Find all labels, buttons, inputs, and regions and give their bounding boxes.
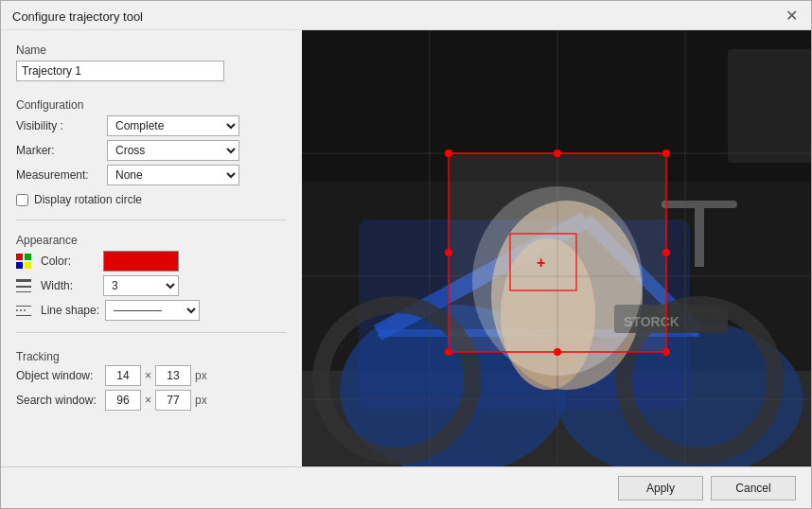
cancel-button[interactable]: Cancel	[711, 476, 796, 500]
svg-point-33	[554, 348, 561, 356]
width-label: Width:	[41, 279, 97, 292]
display-rotation-row: Display rotation circle	[16, 193, 287, 206]
line-shape-select[interactable]: ────── - - - - · · · ·	[105, 300, 200, 321]
close-button[interactable]: ✕	[784, 9, 800, 24]
svg-text:+: +	[537, 254, 545, 271]
visibility-label: Visibility :	[16, 119, 101, 132]
width-row: Width: 1 2 3 4 5	[16, 275, 287, 296]
svg-rect-17	[728, 49, 811, 163]
search-window-label: Search window:	[16, 394, 101, 407]
line-shape-icon	[16, 304, 31, 317]
measurement-select[interactable]: None Speed Distance	[107, 165, 239, 185]
marker-select[interactable]: Cross Circle Square	[107, 140, 239, 161]
width-icon	[16, 279, 31, 292]
svg-point-34	[445, 249, 452, 256]
svg-point-28	[445, 149, 452, 157]
object-window-label: Object window:	[16, 369, 101, 382]
color-icon	[16, 254, 31, 269]
visibility-row: Visibility : Complete Partial Hidden	[16, 115, 287, 136]
appearance-section: Appearance Color:	[16, 230, 287, 323]
search-window-width-input[interactable]	[105, 390, 141, 411]
line-shape-label: Line shape:	[41, 304, 99, 317]
configuration-section: Configuration Visibility : Complete Part…	[16, 95, 287, 210]
object-window-row: Object window: × px	[16, 365, 287, 386]
apply-button[interactable]: Apply	[618, 476, 703, 500]
tracking-section: Tracking Object window: × px Search wind…	[16, 346, 287, 414]
dialog-footer: Apply Cancel	[1, 466, 811, 508]
svg-point-31	[662, 348, 670, 356]
object-window-width-input[interactable]	[105, 365, 141, 386]
display-rotation-checkbox[interactable]	[16, 194, 28, 206]
svg-point-29	[662, 149, 670, 157]
dialog-content: Name Configuration Visibility : Complete…	[1, 30, 811, 466]
name-input[interactable]	[16, 61, 224, 81]
object-window-height-input[interactable]	[155, 365, 191, 386]
configuration-label: Configuration	[16, 98, 287, 112]
color-label: Color:	[41, 254, 97, 268]
search-window-height-input[interactable]	[155, 390, 191, 411]
left-panel: Name Configuration Visibility : Complete…	[1, 30, 302, 466]
svg-point-35	[662, 249, 670, 256]
title-bar: Configure trajectory tool ✕	[1, 1, 811, 30]
display-rotation-label: Display rotation circle	[34, 193, 142, 206]
name-label: Name	[16, 44, 287, 57]
video-scene: STORCK	[302, 30, 811, 466]
name-section: Name	[16, 40, 287, 81]
svg-point-30	[445, 348, 452, 356]
times-sign-1: ×	[145, 369, 151, 382]
svg-point-32	[554, 149, 561, 157]
search-px-label: px	[195, 394, 207, 407]
tracking-label: Tracking	[16, 350, 287, 363]
line-shape-row: Line shape: ────── - - - - · · · ·	[16, 300, 287, 321]
video-panel: STORCK	[302, 30, 811, 466]
times-sign-2: ×	[145, 394, 151, 407]
dialog-title: Configure trajectory tool	[12, 9, 143, 24]
marker-label: Marker:	[16, 144, 101, 157]
visibility-select[interactable]: Complete Partial Hidden	[107, 115, 239, 136]
object-px-label: px	[195, 369, 207, 382]
appearance-label: Appearance	[16, 234, 287, 247]
color-swatch[interactable]	[103, 251, 179, 272]
video-container: STORCK	[302, 30, 811, 466]
search-window-row: Search window: × px	[16, 390, 287, 411]
color-row: Color:	[16, 251, 287, 272]
measurement-row: Measurement: None Speed Distance	[16, 165, 287, 185]
configure-trajectory-dialog: Configure trajectory tool ✕ Name Configu…	[0, 0, 812, 509]
measurement-label: Measurement:	[16, 168, 101, 182]
marker-row: Marker: Cross Circle Square	[16, 140, 287, 161]
width-select[interactable]: 1 2 3 4 5	[103, 275, 179, 296]
